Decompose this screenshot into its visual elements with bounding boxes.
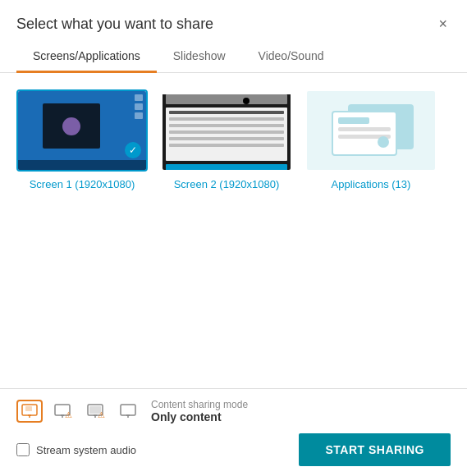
screen1-label: Screen 1 (1920x1080) bbox=[30, 178, 135, 190]
applications-label: Applications (13) bbox=[332, 178, 411, 190]
tab-screens-applications[interactable]: Screens/Applications bbox=[16, 41, 157, 73]
svg-rect-1 bbox=[25, 406, 32, 411]
screen2-preview bbox=[163, 94, 291, 172]
app-dot bbox=[378, 136, 389, 148]
desktop-icons bbox=[135, 94, 143, 119]
window-area bbox=[166, 108, 287, 161]
content-area: ✓ Screen 1 (1920x1080) bbox=[0, 73, 467, 388]
stream-audio-checkbox[interactable] bbox=[16, 443, 30, 456]
center-window bbox=[43, 103, 100, 149]
mode-fullscreen-button[interactable]: ⚠ bbox=[82, 400, 108, 423]
tab-slideshow[interactable]: Slideshow bbox=[157, 41, 242, 73]
taskbar bbox=[18, 160, 146, 170]
checkmark-badge: ✓ bbox=[125, 142, 141, 158]
table-line bbox=[169, 124, 284, 127]
mode-icons: ⚠ ⚠ bbox=[16, 400, 141, 423]
applications-thumb bbox=[305, 89, 437, 172]
table-lines bbox=[166, 108, 287, 150]
screens-grid: ✓ Screen 1 (1920x1080) bbox=[16, 89, 451, 190]
monitor-minimal-icon bbox=[120, 404, 136, 419]
warning-triangle-icon: ⚠ bbox=[98, 410, 105, 419]
screen2-thumb bbox=[161, 89, 292, 172]
icon-dot bbox=[135, 112, 143, 119]
screen1-preview: ✓ bbox=[18, 91, 146, 170]
svg-rect-11 bbox=[121, 405, 135, 415]
mode-text-label: Content sharing mode bbox=[151, 399, 248, 410]
tab-bar: Screens/Applications Slideshow Video/Sou… bbox=[0, 41, 467, 73]
webcam-dot bbox=[243, 98, 250, 104]
footer: ⚠ ⚠ Content bbox=[0, 388, 467, 476]
table-line bbox=[169, 130, 284, 134]
screen1-item[interactable]: ✓ Screen 1 (1920x1080) bbox=[16, 89, 148, 190]
tab-video-sound[interactable]: Video/Sound bbox=[242, 41, 341, 73]
mode-minimal-button[interactable] bbox=[115, 400, 141, 423]
table-line bbox=[169, 137, 284, 140]
applications-preview bbox=[307, 91, 435, 170]
close-button[interactable]: × bbox=[435, 13, 451, 34]
mode-text: Content sharing mode Only content bbox=[151, 399, 248, 423]
app-line-top bbox=[338, 117, 369, 124]
mode-only-content-button[interactable] bbox=[16, 400, 43, 423]
mode-row: ⚠ ⚠ Content bbox=[16, 399, 451, 423]
icon-dot bbox=[135, 94, 143, 101]
start-sharing-button[interactable]: START SHARING bbox=[299, 433, 451, 466]
app-window-front bbox=[332, 111, 397, 156]
warning-triangle-icon: ⚠ bbox=[65, 410, 72, 419]
circle-icon bbox=[62, 117, 80, 135]
bottom-row: Stream system audio START SHARING bbox=[16, 433, 451, 466]
audio-label: Stream system audio bbox=[36, 444, 136, 456]
app-line bbox=[338, 127, 391, 131]
mode-text-value: Only content bbox=[151, 410, 248, 423]
stream-audio-checkbox-label[interactable]: Stream system audio bbox=[16, 443, 136, 456]
icon-dot bbox=[135, 103, 143, 110]
top-bar bbox=[166, 94, 287, 104]
table-line bbox=[169, 144, 284, 147]
mode-with-audio-button[interactable]: ⚠ bbox=[49, 400, 76, 423]
dialog-header: Select what you want to share × bbox=[0, 0, 467, 41]
applications-item[interactable]: Applications (13) bbox=[305, 89, 437, 190]
screen2-label: Screen 2 (1920x1080) bbox=[174, 178, 280, 190]
screen2-item[interactable]: Screen 2 (1920x1080) bbox=[161, 89, 292, 190]
dialog-title: Select what you want to share bbox=[16, 16, 213, 33]
table-line bbox=[169, 117, 284, 121]
screen1-thumb: ✓ bbox=[16, 89, 148, 172]
monitor-icon bbox=[21, 404, 38, 419]
bottom-bar bbox=[166, 164, 287, 171]
table-line bbox=[169, 111, 284, 114]
